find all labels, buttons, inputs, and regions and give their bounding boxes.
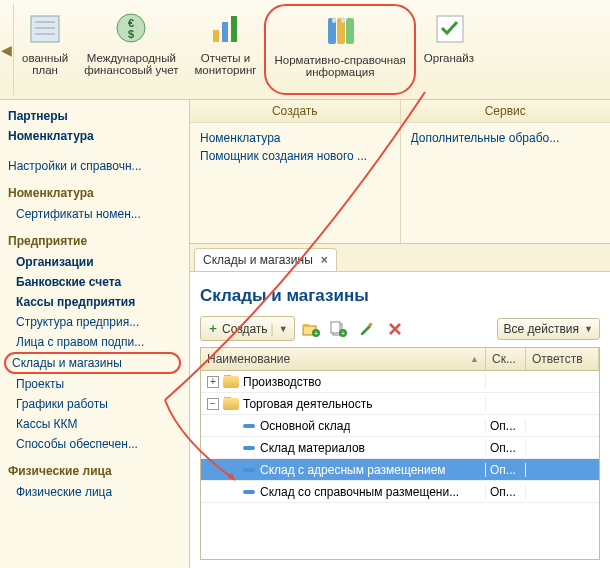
sidebar-link[interactable]: Физические лица	[8, 482, 181, 502]
sidebar-link[interactable]: Сертификаты номен...	[8, 204, 181, 224]
panel-link[interactable]: Помощник создания нового ...	[200, 147, 390, 165]
create-button-label: Создать	[222, 322, 268, 336]
td-sk: Оп...	[486, 419, 526, 433]
sort-asc-icon: ▲	[470, 354, 479, 364]
panels: Создать НоменклатураПомощник создания но…	[190, 100, 610, 243]
sidebar-link[interactable]: Кассы ККМ	[8, 414, 181, 434]
delete-button[interactable]	[383, 318, 407, 340]
svg-rect-21	[331, 322, 340, 333]
sidebar-link[interactable]: Структура предприя...	[8, 312, 181, 332]
td-name: +Производство	[201, 375, 486, 389]
tab-label: Склады и магазины	[203, 253, 313, 267]
panel-service: Сервис Дополнительные обрабо...	[400, 100, 611, 243]
edit-button[interactable]	[355, 318, 379, 340]
expand-icon[interactable]: +	[207, 376, 219, 388]
toolbar-item-label: Отчеты и мониторинг	[194, 52, 256, 76]
toolbar-organizer[interactable]: Органайз	[416, 4, 482, 95]
sidebar-section-title: Предприятие	[8, 234, 181, 248]
table-row[interactable]: Склад материаловОп...	[201, 437, 599, 459]
svg-rect-8	[222, 22, 228, 42]
row-label: Производство	[243, 375, 321, 389]
svg-text:+: +	[314, 330, 318, 337]
all-actions-button[interactable]: Все действия ▼	[497, 318, 600, 340]
sidebar-link[interactable]: Настройки и справочн...	[8, 156, 181, 176]
collapse-icon[interactable]: −	[207, 398, 219, 410]
toolbar-scroll-left[interactable]: ◀	[0, 4, 14, 95]
svg-point-14	[341, 17, 345, 23]
toolbar-organizer-icon	[429, 8, 469, 48]
toolbar-plan-icon	[25, 8, 65, 48]
panel-link[interactable]: Дополнительные обрабо...	[411, 129, 601, 147]
table-row[interactable]: +Производство	[201, 371, 599, 393]
toolbar-reports[interactable]: Отчеты и мониторинг	[186, 4, 264, 95]
td-name: Склад с адресным размещением	[201, 463, 486, 477]
sidebar-link[interactable]: Банковские счета	[8, 272, 181, 292]
dropdown-icon[interactable]: ▼	[279, 324, 288, 334]
table-row[interactable]: Склад со справочным размещени...Оп...	[201, 481, 599, 503]
sidebar-section-title: Физические лица	[8, 464, 181, 478]
toolbar-plan[interactable]: ованный план	[14, 4, 76, 95]
copy-button[interactable]: +	[327, 318, 351, 340]
toolbar-intl-finance[interactable]: €$Международный финансовый учет	[76, 4, 186, 95]
td-sk: Оп...	[486, 441, 526, 455]
th-otv[interactable]: Ответств	[526, 348, 599, 370]
item-icon	[243, 446, 255, 450]
panel-service-header: Сервис	[401, 100, 611, 123]
th-otv-label: Ответств	[532, 352, 583, 366]
table: Наименование ▲ Ск... Ответств +Производс…	[200, 347, 600, 560]
table-head: Наименование ▲ Ск... Ответств	[201, 348, 599, 371]
toolbar-reference-info-icon	[320, 10, 360, 50]
folder-icon	[223, 398, 239, 410]
plus-icon: ＋	[207, 320, 219, 337]
sidebar-link[interactable]: Способы обеспечен...	[8, 434, 181, 454]
item-icon	[243, 424, 255, 428]
page: Склады и магазины ＋ Создать | ▼ + +	[190, 272, 610, 568]
sidebar-link[interactable]: Склады и магазины	[4, 352, 181, 374]
main-toolbar: ◀ ованный план€$Международный финансовый…	[0, 0, 610, 100]
panel-create-header: Создать	[190, 100, 400, 123]
tab-close-icon[interactable]: ×	[321, 253, 328, 267]
svg-rect-7	[213, 30, 219, 42]
td-name: Склад со справочным размещени...	[201, 485, 486, 499]
row-label: Основной склад	[260, 419, 350, 433]
table-body[interactable]: +Производство−Торговая деятельностьОснов…	[201, 371, 599, 559]
split-divider: |	[271, 322, 274, 336]
body-area: ПартнерыНоменклатураНастройки и справочн…	[0, 100, 610, 568]
th-name[interactable]: Наименование ▲	[201, 348, 486, 370]
toolbar-item-label: Нормативно-справочная информация	[274, 54, 405, 78]
th-sk[interactable]: Ск...	[486, 348, 526, 370]
sidebar-link[interactable]: Лица с правом подпи...	[8, 332, 181, 352]
toolbar-reports-icon	[205, 8, 245, 48]
panel-link[interactable]: Номенклатура	[200, 129, 390, 147]
tabs: Склады и магазины ×	[190, 243, 610, 272]
toolbar-item-label: Органайз	[424, 52, 474, 64]
panel-create-body: НоменклатураПомощник создания нового ...	[190, 123, 400, 243]
th-sk-label: Ск...	[492, 352, 516, 366]
row-label: Склад со справочным размещени...	[260, 485, 459, 499]
toolbar-reference-info[interactable]: Нормативно-справочная информация	[264, 4, 415, 95]
tab-warehouses[interactable]: Склады и магазины ×	[194, 248, 337, 271]
sidebar-link[interactable]: Партнеры	[8, 106, 181, 126]
sidebar-link[interactable]: Графики работы	[8, 394, 181, 414]
create-button[interactable]: ＋ Создать | ▼	[200, 316, 295, 341]
table-row[interactable]: Склад с адресным размещениемОп...	[201, 459, 599, 481]
toolbar-item-label: Международный финансовый учет	[84, 52, 178, 76]
content: Создать НоменклатураПомощник создания но…	[190, 100, 610, 568]
sidebar-section-title: Номенклатура	[8, 186, 181, 200]
row-label: Торговая деятельность	[243, 397, 372, 411]
item-icon	[243, 468, 255, 472]
table-row[interactable]: −Торговая деятельность	[201, 393, 599, 415]
sidebar-link[interactable]: Кассы предприятия	[8, 292, 181, 312]
svg-rect-9	[231, 16, 237, 42]
table-row[interactable]: Основной складОп...	[201, 415, 599, 437]
sidebar-link[interactable]: Проекты	[8, 374, 181, 394]
svg-rect-12	[346, 18, 354, 44]
panel-service-body: Дополнительные обрабо...	[401, 123, 611, 243]
add-folder-button[interactable]: +	[299, 318, 323, 340]
dropdown-icon[interactable]: ▼	[584, 324, 593, 334]
sidebar-link[interactable]: Организации	[8, 252, 181, 272]
svg-rect-17	[303, 324, 309, 327]
sidebar-link[interactable]: Номенклатура	[8, 126, 181, 146]
panel-create: Создать НоменклатураПомощник создания но…	[190, 100, 400, 243]
row-label: Склад материалов	[260, 441, 365, 455]
